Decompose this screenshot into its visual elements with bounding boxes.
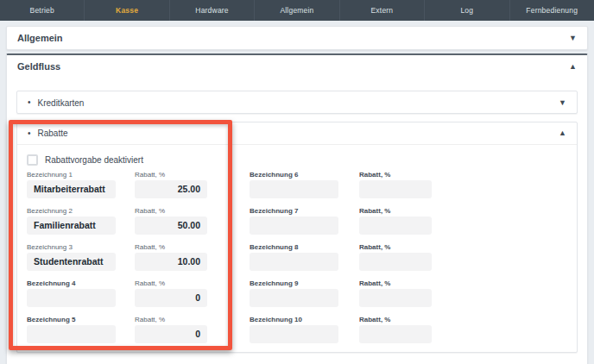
panel-geldfluss-header[interactable]: Geldfluss ▲ <box>7 55 587 78</box>
rabatt-3-input[interactable]: 10.00 <box>135 253 207 271</box>
chevron-up-icon[interactable]: ▲ <box>569 63 577 71</box>
panel-allgemein-header[interactable]: Allgemein ▼ <box>7 27 587 49</box>
field-row: Bezeichnung 1 Mitarbeiterrabatt Rabatt, … <box>27 171 566 198</box>
tab-fernbedienung[interactable]: Fernbedienung <box>509 0 594 21</box>
bezeichnung-5-label: Bezeichnung 5 <box>27 316 116 324</box>
bezeichnung-9-input[interactable] <box>250 289 338 307</box>
rabatt-3-label: Rabatt, % <box>135 243 207 252</box>
field-row: Bezeichnung 2 Familienrabatt Rabatt, % 5… <box>27 207 566 235</box>
rabatt-2-input[interactable]: 50.00 <box>135 217 207 235</box>
rabattvorgabe-checkbox-label: Rabattvorgabe deaktiviert <box>45 155 143 165</box>
bezeichnung-2-input[interactable]: Familienrabatt <box>27 217 116 235</box>
bezeichnung-8-label: Bezeichnung 8 <box>250 243 338 252</box>
panel-allgemein-title: Allgemein <box>17 33 63 43</box>
top-nav: Betrieb Kasse Hardware Allgemein Extern … <box>0 0 594 21</box>
tab-betrieb[interactable]: Betrieb <box>0 0 84 21</box>
bezeichnung-5-input[interactable] <box>27 325 116 343</box>
tab-extern[interactable]: Extern <box>339 0 424 21</box>
rabatt-9-input[interactable] <box>359 289 432 307</box>
field-row: Bezeichnung 4 Rabatt, % 0 Bezeichnung 9 <box>27 279 566 307</box>
bezeichnung-9-label: Bezeichnung 9 <box>250 279 338 288</box>
tab-hardware[interactable]: Hardware <box>169 0 254 21</box>
panel-geldfluss-title: Geldfluss <box>17 61 60 72</box>
bezeichnung-10-input[interactable] <box>250 325 338 343</box>
bezeichnung-1-label: Bezeichnung 1 <box>27 171 116 179</box>
field-row: Bezeichnung 3 Studentenrabatt Rabatt, % … <box>27 243 566 271</box>
subpanel-kreditkarten-header[interactable]: • Kreditkarten ▼ <box>17 91 577 114</box>
tab-kasse[interactable]: Kasse <box>84 0 168 21</box>
rabatt-8-label: Rabatt, % <box>359 243 432 252</box>
rabatt-1-label: Rabatt, % <box>135 171 207 179</box>
tab-log[interactable]: Log <box>424 0 509 21</box>
chevron-up-icon[interactable]: ▲ <box>559 129 566 137</box>
tab-allgemein[interactable]: Allgemein <box>254 0 338 21</box>
settings-page: Allgemein ▼ Geldfluss ▲ • Kreditkarten ▼… <box>0 21 594 364</box>
panel-geldfluss-body: • Kreditkarten ▼ • Rabatte ▲ Rabattvorga… <box>7 78 587 364</box>
rabatt-5-label: Rabatt, % <box>135 316 207 324</box>
bezeichnung-2-label: Bezeichnung 2 <box>27 207 116 216</box>
bullet-icon: • <box>28 98 31 107</box>
bullet-icon: • <box>28 129 31 138</box>
bezeichnung-8-input[interactable] <box>250 253 338 271</box>
bezeichnung-7-label: Bezeichnung 7 <box>250 207 338 216</box>
bezeichnung-7-input[interactable] <box>250 217 338 235</box>
rabattvorgabe-checkbox[interactable] <box>27 154 38 166</box>
rabatt-4-input[interactable]: 0 <box>135 289 207 307</box>
field-row: Bezeichnung 5 Rabatt, % 0 Bezeichnung 10 <box>27 316 566 343</box>
subpanel-rabatte-title: Rabatte <box>38 129 68 138</box>
bezeichnung-10-label: Bezeichnung 10 <box>250 316 338 324</box>
rabatt-6-input[interactable] <box>359 180 432 198</box>
subpanel-rabatte: • Rabatte ▲ Rabattvorgabe deaktiviert Be… <box>16 122 578 353</box>
chevron-down-icon[interactable]: ▼ <box>569 35 577 42</box>
rabatt-10-input[interactable] <box>359 325 432 343</box>
rabatt-10-label: Rabatt, % <box>359 316 432 324</box>
bezeichnung-1-input[interactable]: Mitarbeiterrabatt <box>27 180 116 198</box>
panel-geldfluss: Geldfluss ▲ • Kreditkarten ▼ • Rabatte ▲ <box>6 53 588 364</box>
rabatt-5-input[interactable]: 0 <box>135 325 207 343</box>
rabattvorgabe-checkbox-row: Rabattvorgabe deaktiviert <box>27 152 566 167</box>
bezeichnung-4-label: Bezeichnung 4 <box>27 279 116 288</box>
panel-allgemein: Allgemein ▼ <box>6 26 588 50</box>
rabatt-8-input[interactable] <box>359 253 432 271</box>
rabatt-9-label: Rabatt, % <box>359 279 432 288</box>
rabatt-7-label: Rabatt, % <box>359 207 432 216</box>
rabatt-2-label: Rabatt, % <box>135 207 207 216</box>
rabatt-4-label: Rabatt, % <box>135 279 207 288</box>
subpanel-kreditkarten-title: Kreditkarten <box>38 98 85 108</box>
rabatt-7-input[interactable] <box>359 217 432 235</box>
bezeichnung-4-input[interactable] <box>27 289 116 307</box>
subpanel-kreditkarten: • Kreditkarten ▼ <box>16 91 578 114</box>
bezeichnung-6-input[interactable] <box>250 180 338 198</box>
bezeichnung-3-input[interactable]: Studentenrabatt <box>27 253 116 271</box>
rabatt-6-label: Rabatt, % <box>359 171 432 179</box>
rabatt-1-input[interactable]: 25.00 <box>135 180 207 198</box>
chevron-down-icon[interactable]: ▼ <box>559 99 566 107</box>
rabatte-content: Rabattvorgabe deaktiviert Bezeichnung 1 … <box>17 145 577 352</box>
bezeichnung-3-label: Bezeichnung 3 <box>27 243 116 252</box>
subpanel-rabatte-header[interactable]: • Rabatte ▲ <box>17 122 577 145</box>
bezeichnung-6-label: Bezeichnung 6 <box>250 171 338 179</box>
